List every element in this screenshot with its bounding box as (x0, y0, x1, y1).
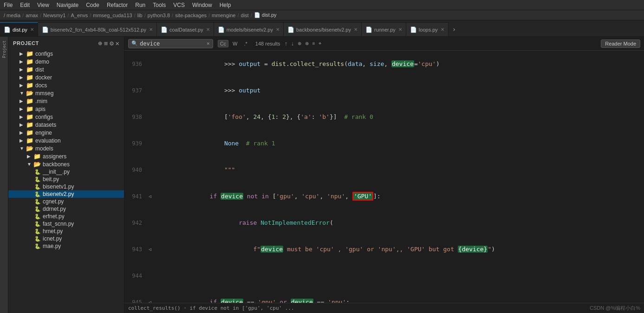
sidebar-item-backbones[interactable]: ▼ 📂 backbones (8, 160, 124, 168)
search-regex-button[interactable]: .* (241, 40, 249, 47)
tab-backbones-bisenetv2[interactable]: 📄 backbones/bisenetv2.py ✕ (284, 22, 362, 36)
search-option1-button[interactable]: ⊕ (296, 41, 303, 46)
sidebar-item-evaluation[interactable]: ▶ 📁 evaluation (8, 137, 124, 144)
tab-close-icon[interactable]: ✕ (398, 27, 402, 32)
search-option2-button[interactable]: ⊕ (304, 41, 310, 46)
expand-arrow-icon: ▶ (20, 83, 25, 88)
breadcrumb-part[interactable]: mmseg_cuda113 (93, 13, 132, 18)
sidebar-item-label: icnet.py (43, 235, 124, 242)
sidebar-file-beit[interactable]: 🐍 beit.py (8, 176, 124, 183)
python-file-icon: 🐍 (34, 214, 41, 220)
menu-view[interactable]: View (37, 2, 49, 8)
search-next-button[interactable]: ↓ (290, 40, 295, 47)
tab-models-bisenetv2[interactable]: 📄 models/bisenetv2.py ✕ (214, 22, 284, 36)
sidebar-item-docs[interactable]: ▶ 📁 docs (8, 81, 124, 89)
sidebar-item-label: bisenetv2.py (43, 191, 124, 197)
tab-close-icon[interactable]: ✕ (206, 27, 210, 32)
code-editor[interactable]: 936 >>> output = dist.collect_results(da… (124, 51, 644, 303)
sidebar-add-icon[interactable]: ⊕ (98, 39, 102, 47)
tab-loops[interactable]: 📄 loops.py ✕ (406, 22, 449, 36)
code-line-content: >>> output (155, 77, 644, 104)
sidebar-item-label: mae.py (43, 243, 124, 249)
tab-close-icon[interactable]: ✕ (276, 27, 280, 32)
tab-bisenetv2-fcn[interactable]: 📄 bisenetv2_fcn_4xb4-80k_coal-512x512.py… (38, 22, 157, 36)
line-gutter: ◁ (148, 289, 155, 303)
menu-refactor[interactable]: Refactor (107, 2, 128, 8)
table-row: 937 >>> output (124, 77, 644, 104)
line-number: 945 (124, 289, 148, 303)
sidebar-item-configs[interactable]: ▶ 📁 configs (8, 50, 124, 58)
sidebar-file-cgnet[interactable]: 🐍 cgnet.py (8, 198, 124, 205)
sidebar-file-ddrnet[interactable]: 🐍 ddrnet.py (8, 205, 124, 213)
sidebar-settings-icon[interactable]: ⚙ (110, 39, 113, 47)
tab-runner[interactable]: 📄 runner.py ✕ (362, 22, 406, 36)
search-prev-button[interactable]: ↑ (283, 40, 289, 47)
sidebar-file-fast-scnn[interactable]: 🐍 fast_scnn.py (8, 220, 124, 228)
breadcrumb-part[interactable]: A_envs (71, 13, 88, 18)
breadcrumb-part[interactable]: dist (241, 13, 249, 18)
folder-open-icon: 📂 (33, 161, 41, 168)
sidebar-item-apis[interactable]: ▶ 📁 apis (8, 105, 124, 113)
sidebar-item-models[interactable]: ▼ 📂 models (8, 144, 124, 152)
table-row: 939 None # rank 1 (124, 130, 644, 156)
sidebar-file-erfnet[interactable]: 🐍 erfnet.py (8, 213, 124, 220)
menu-file[interactable]: File (4, 2, 13, 8)
search-case-sensitive-button[interactable]: Cc (218, 40, 228, 47)
sidebar-item-mmseg[interactable]: ▼ 📂 mmseg (8, 89, 124, 97)
tab-coalDataset[interactable]: 📄 coalDataset.py ✕ (157, 22, 214, 36)
menu-vcs[interactable]: VCS (173, 2, 185, 8)
sidebar: Project ⊕ ≡ ⚙ ✕ ▶ 📁 configs ▶ 📁 demo ▶ 📁 (8, 37, 124, 313)
sidebar-item-docker[interactable]: ▶ 📁 docker (8, 73, 124, 81)
search-clear-icon[interactable]: ✕ (207, 40, 210, 46)
sidebar-item-demo[interactable]: ▶ 📁 demo (8, 58, 124, 65)
sidebar-item-dist[interactable]: ▶ 📁 dist (8, 65, 124, 73)
breadcrumb-part[interactable]: mmengine (212, 13, 235, 18)
table-row: 944 (124, 262, 644, 289)
tab-close-icon[interactable]: ✕ (354, 27, 358, 32)
sidebar-actions: ⊕ ≡ ⚙ ✕ (98, 39, 119, 47)
menu-edit[interactable]: Edit (20, 2, 30, 8)
breadcrumb-part[interactable]: lib (137, 13, 143, 18)
breadcrumb-file[interactable]: 📄 dist.py (254, 12, 277, 18)
sidebar-item-mim[interactable]: ▶ 📁 .mim (8, 97, 124, 105)
sidebar-file-icnet[interactable]: 🐍 icnet.py (8, 235, 124, 242)
sidebar-item-configs2[interactable]: ▶ 📁 configs (8, 113, 124, 121)
sidebar-file-bisenetv1[interactable]: 🐍 bisenetv1.py (8, 183, 124, 190)
reader-mode-button[interactable]: Reader Mode (601, 39, 640, 48)
search-word-button[interactable]: W (230, 40, 240, 47)
menu-window[interactable]: Window (192, 2, 212, 8)
line-gutter: ◁ (148, 236, 155, 262)
breadcrumb-part[interactable]: site-packages (175, 13, 207, 18)
sidebar-file-init[interactable]: 🐍 __init__.py (8, 168, 124, 176)
tab-close-icon[interactable]: ✕ (149, 27, 153, 32)
code-line-content: raise NotImplementedError( (155, 209, 644, 236)
line-number: 943 (124, 236, 148, 262)
tab-overflow-button[interactable]: › (449, 22, 460, 36)
breadcrumb-part[interactable]: amax (26, 13, 38, 18)
search-input[interactable] (140, 40, 205, 47)
sidebar-item-assigners[interactable]: ▶ 📁 assigners (8, 152, 124, 160)
menu-run[interactable]: Run (135, 2, 145, 8)
tab-close-icon[interactable]: ✕ (441, 27, 444, 32)
sidebar-collapse-icon[interactable]: ≡ (104, 39, 108, 47)
menu-help[interactable]: Help (220, 2, 231, 8)
tab-dist-py[interactable]: 📄 dist.py ✕ (0, 22, 38, 36)
sidebar-file-hrnet[interactable]: 🐍 hrnet.py (8, 228, 124, 235)
search-filter-button[interactable]: ⌖ (317, 40, 323, 46)
sidebar-item-engine[interactable]: ▶ 📁 engine (8, 129, 124, 137)
expand-arrow-icon: ▶ (20, 130, 25, 135)
menu-navigate[interactable]: Navigate (57, 2, 78, 8)
sidebar-file-bisenetv2[interactable]: 🐍 bisenetv2.py (8, 190, 124, 198)
sidebar-file-mae[interactable]: 🐍 mae.py (8, 242, 124, 250)
sidebar-item-datasets[interactable]: ▶ 📁 datasets (8, 121, 124, 129)
breadcrumb-part[interactable]: / media (4, 13, 20, 18)
tab-close-icon[interactable]: ✕ (30, 27, 34, 32)
tab-file-icon: 📄 (365, 26, 372, 33)
activity-project[interactable]: Project (1, 39, 7, 60)
search-option3-button[interactable]: ≡ (311, 41, 317, 46)
menu-code[interactable]: Code (86, 2, 99, 8)
breadcrumb-part[interactable]: Newsmy1 (43, 13, 65, 18)
menu-tools[interactable]: Tools (153, 2, 166, 8)
breadcrumb-part[interactable]: python3.8 (148, 13, 170, 18)
sidebar-close-icon[interactable]: ✕ (116, 39, 119, 47)
